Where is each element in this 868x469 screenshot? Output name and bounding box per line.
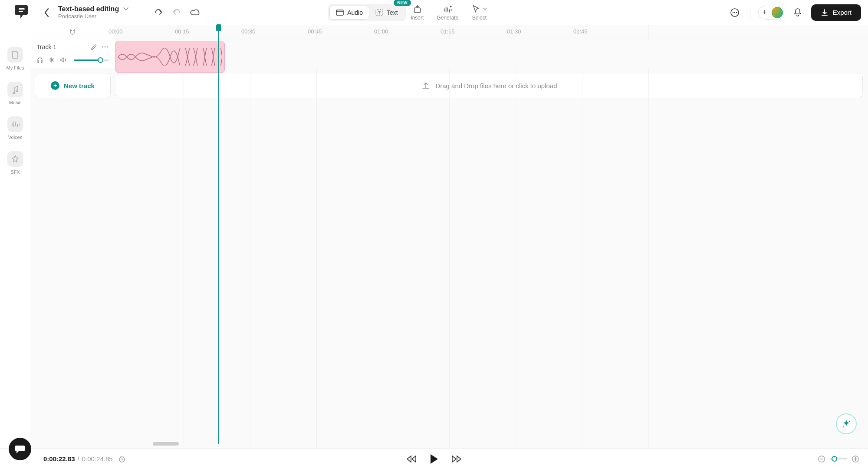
view-mode-toggle: Audio Text NEW <box>328 4 406 21</box>
svg-point-10 <box>102 46 103 48</box>
snap-toggle[interactable] <box>30 25 115 39</box>
current-time: 0:00:22.83 <box>43 455 75 462</box>
sidebar-item-sfx[interactable]: SFX <box>7 151 23 175</box>
forward-button[interactable] <box>451 455 462 463</box>
zoom-out-button[interactable] <box>818 455 825 463</box>
rewind-button[interactable] <box>406 455 417 463</box>
user-avatar <box>772 7 783 18</box>
sidebar-item-music[interactable]: Music <box>7 82 23 105</box>
clock-icon[interactable] <box>118 455 126 463</box>
sidebar-item-voices[interactable]: Voices <box>7 116 23 140</box>
chat-icon <box>15 444 25 454</box>
volume-knob[interactable] <box>98 57 103 63</box>
playback-controls <box>406 453 462 465</box>
svg-rect-2 <box>414 8 420 13</box>
bottombar: 0:00:22.83 / 0:00:24.85 <box>0 448 868 469</box>
plus-icon: + <box>51 81 59 90</box>
audio-clip[interactable] <box>115 41 225 73</box>
svg-point-3 <box>450 6 451 7</box>
comments-button[interactable] <box>727 5 742 20</box>
ruler-tick: 00:30 <box>241 28 256 35</box>
music-icon <box>11 85 19 94</box>
audio-icon <box>336 9 344 16</box>
svg-point-9 <box>736 12 736 13</box>
track-name[interactable]: Track 1 <box>36 43 85 50</box>
sparkle-icon <box>841 419 852 429</box>
magnet-icon <box>69 28 76 36</box>
text-mode-button[interactable]: Text <box>369 6 404 19</box>
ruler-ticks[interactable]: 00:0000:1500:3000:4501:0001:1501:3001:45 <box>115 25 868 39</box>
upload-icon <box>421 81 430 90</box>
track-lane[interactable] <box>115 39 868 68</box>
divider <box>140 7 140 19</box>
speaker-icon[interactable] <box>60 57 67 63</box>
waveform <box>118 48 222 66</box>
file-icon <box>11 50 19 59</box>
voices-icon <box>11 120 20 128</box>
headphones-icon[interactable] <box>36 56 43 63</box>
ruler-tick: 00:00 <box>108 28 123 35</box>
collaborators-button[interactable]: + <box>758 6 784 20</box>
scroll-thumb[interactable] <box>153 442 179 446</box>
generate-button[interactable]: Generate <box>437 4 458 21</box>
download-icon <box>821 9 829 17</box>
zoom-controls <box>818 455 859 463</box>
svg-rect-0 <box>19 8 25 10</box>
svg-point-12 <box>107 46 108 48</box>
play-button[interactable] <box>429 453 439 465</box>
upload-dropzone[interactable]: Drag and Drop files here or click to upl… <box>116 73 863 98</box>
divider <box>750 7 750 19</box>
redo-button[interactable] <box>170 5 184 20</box>
ruler-tick: 00:15 <box>175 28 189 35</box>
zoom-in-button[interactable] <box>852 455 859 463</box>
volume-slider[interactable] <box>74 59 109 61</box>
cloud-sync-button[interactable] <box>188 5 203 20</box>
main: My Files Music Voices SFX 00:0000:1500:3… <box>0 25 868 448</box>
insert-button[interactable]: Insert <box>411 4 424 21</box>
new-track-button[interactable]: + New track <box>35 73 111 98</box>
ruler-tick: 00:45 <box>308 28 322 35</box>
notifications-button[interactable] <box>790 5 805 20</box>
magic-wand-icon[interactable] <box>90 43 97 50</box>
svg-point-17 <box>843 426 844 427</box>
svg-point-7 <box>732 12 733 13</box>
timeline-ruler[interactable]: 00:0000:1500:3000:4501:0001:1501:3001:45 <box>30 25 868 39</box>
zoom-knob[interactable] <box>832 456 837 462</box>
sidebar-item-myfiles[interactable]: My Files <box>7 47 24 70</box>
zoom-slider[interactable] <box>830 458 847 459</box>
svg-rect-4 <box>336 10 343 15</box>
ai-assistant-fab[interactable] <box>836 413 857 434</box>
undo-button[interactable] <box>151 5 166 20</box>
project-title-block[interactable]: Text-based editing Podcastle User <box>58 5 128 20</box>
select-button[interactable]: Select <box>471 4 487 21</box>
new-track-row: + New track Drag and Drop files here or … <box>30 73 868 98</box>
ruler-tick: 01:30 <box>507 28 521 35</box>
more-icon[interactable] <box>101 46 109 48</box>
ruler-tick: 01:00 <box>374 28 388 35</box>
track-row: Track 1 <box>30 39 868 68</box>
right-actions: + Export <box>727 4 861 21</box>
sidebar: My Files Music Voices SFX <box>0 25 30 448</box>
svg-point-11 <box>105 46 106 48</box>
back-button[interactable] <box>41 7 53 19</box>
volume-fill <box>74 59 99 61</box>
topbar: Text-based editing Podcastle User Record… <box>0 0 868 25</box>
project-owner: Podcastle User <box>58 13 128 20</box>
audio-mode-button[interactable]: Audio <box>329 6 369 20</box>
plus-icon: + <box>760 7 770 18</box>
text-icon <box>375 9 383 16</box>
ruler-tick: 01:15 <box>441 28 455 35</box>
chevron-down-icon <box>123 7 128 11</box>
track-header: Track 1 <box>30 39 115 68</box>
svg-rect-1 <box>19 11 23 12</box>
chat-fab[interactable] <box>9 438 31 460</box>
new-badge: NEW <box>394 0 411 6</box>
export-button[interactable]: Export <box>811 4 861 21</box>
app-logo[interactable] <box>7 4 37 21</box>
ruler-tick: 01:45 <box>573 28 588 35</box>
horizontal-scrollbar[interactable] <box>147 442 863 446</box>
snowflake-icon[interactable] <box>49 57 55 63</box>
svg-point-8 <box>734 12 735 13</box>
chevron-down-icon <box>483 7 487 10</box>
total-time: 0:00:24.85 <box>82 455 113 462</box>
